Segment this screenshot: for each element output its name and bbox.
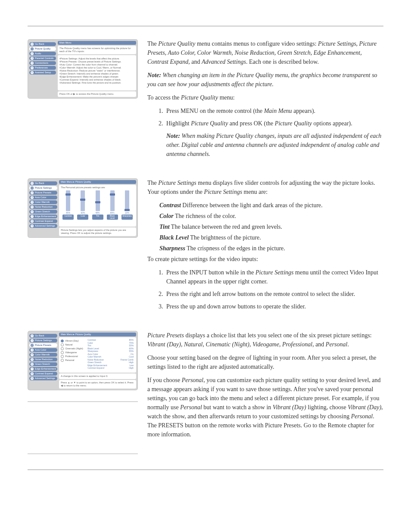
- text-section-3: Picture Presets displays a choice list t…: [147, 331, 383, 443]
- figure-radio: Videogame: [61, 351, 85, 354]
- figure-2-col: 0Go Back1Picture Settings2Picture Preset…: [28, 178, 138, 238]
- sidebar-item: 3Parental Controls: [29, 56, 56, 60]
- sidebar-item: 4Connections: [29, 61, 56, 65]
- figure-footer: Press ▲ or ▼ to point to an option, then…: [59, 380, 136, 389]
- sidebar-item: 6Green Stretch: [29, 362, 57, 366]
- figure-value-row: Contrast ExpandHigh: [87, 367, 134, 370]
- figure-note: A change in this screen is applied to In…: [59, 373, 136, 379]
- sidebar-item: 0Go Back: [29, 181, 57, 185]
- figure-3-col: 0Go Back1Picture Settings2Picture Preset…: [28, 331, 138, 454]
- ordered-list: Press the INPUT button while in the Pict…: [147, 268, 383, 311]
- figure-sliders-pane: The Personal picture presets settings ar…: [59, 185, 136, 227]
- figure-bullet: •Auto Color: Correct the color from chan…: [59, 63, 134, 66]
- sidebar-item: 5Preferences: [29, 66, 56, 70]
- figure-bullet: •Advanced Settings: Fine-tune the pictur…: [59, 81, 134, 84]
- sidebar-item: 0Go Back: [29, 334, 57, 338]
- figure-slider: 60%Color: [78, 190, 87, 220]
- sidebar-item: 7Edge Enhancement: [29, 367, 57, 371]
- sidebar-item: 5Noise Reduction: [29, 358, 57, 361]
- note: Note: When making Picture Quality change…: [166, 131, 383, 159]
- figure-bullet: •Green Stretch: Intensify and enhance sh…: [59, 72, 134, 75]
- sidebar-item: 5Noise Reduction: [29, 205, 57, 209]
- figure-title: Main Menu ▸ Picture Quality: [59, 180, 136, 184]
- list-item: Press the up and down arrow buttons to o…: [165, 302, 383, 311]
- figure-picture-presets: 0Go Back1Picture Settings2Picture Preset…: [28, 331, 138, 390]
- definitions: Contrast Difference between the light an…: [159, 201, 383, 253]
- figure-presets-pane: Vibrant (Day)NaturalCinematic (Night)Vid…: [59, 337, 136, 373]
- list-item: Press MENU on the remote control (the Ma…: [165, 106, 383, 115]
- figure-slider: 48%Tint: [93, 190, 103, 220]
- figure-bullets: •Picture Settings: Adjust the levels tha…: [58, 55, 136, 90]
- figure-picture-settings: 0Go Back1Picture Settings2Picture Preset…: [28, 178, 138, 238]
- figure-bullet: •Picture Settings: Adjust the levels tha…: [59, 57, 134, 60]
- list-item: Press the right and left arrow buttons o…: [165, 289, 383, 299]
- figure-slider: 85%Black Level: [108, 190, 117, 220]
- sidebar-item: 7Edge Enhancement: [29, 215, 57, 218]
- section-picture-quality: 0Go Back1Picture Quality2Audio3Parental …: [28, 39, 383, 163]
- paragraph: Picture Presets displays a choice list t…: [147, 331, 383, 349]
- figure-title: Main Menu: [58, 41, 136, 45]
- note: Note: When changing an item in the Pictu…: [147, 71, 383, 89]
- figure-1-col: 0Go Back1Picture Quality2Audio3Parental …: [28, 39, 138, 99]
- top-rule: [28, 26, 383, 26]
- sidebar-item: 1Picture Settings: [29, 186, 57, 190]
- paragraph: Choose your setting based on the degree …: [147, 353, 383, 371]
- sidebar-item: 6Green Stretch: [29, 210, 57, 214]
- figure-bullet: •Contrast Expand: Intensify and enhance …: [59, 78, 134, 81]
- sidebar-item: 4Color Warmth: [29, 200, 57, 204]
- figure-main-menu: 0Go Back1Picture Quality2Audio3Parental …: [28, 39, 138, 99]
- text-section-2: The Picture Settings menu displays five …: [147, 178, 383, 315]
- section-picture-presets: 0Go Back1Picture Settings2Picture Preset…: [28, 331, 383, 454]
- figure-footer: Press OK or ▶ to access the Picture Qual…: [58, 91, 136, 97]
- figure-bullet: •Picture Presets: Choose preset levels o…: [59, 60, 134, 63]
- sidebar-item: 2Picture Presets: [29, 191, 57, 195]
- paragraph: To access the Picture Quality menu:: [147, 93, 383, 102]
- figure-title: Main Menu ▸ Picture Quality: [59, 333, 136, 336]
- list-item: Highlight Picture Quality and press OK (…: [165, 119, 383, 159]
- paragraph: The Picture Settings menu displays five …: [147, 178, 383, 196]
- sidebar-item: 8Contrast Expand: [29, 372, 57, 376]
- figure-intro: The Picture Quality menu has screens for…: [58, 46, 136, 54]
- sidebar-item: 3Auto Color: [29, 348, 57, 352]
- figure-bullet: •Edge Enhancement: Make the picture's ed…: [59, 75, 134, 78]
- paragraph: The Picture Quality menu contains menus …: [147, 39, 383, 66]
- paragraph: To create picture settings for the video…: [147, 255, 383, 264]
- sidebar-item: 1Picture Quality: [29, 47, 56, 51]
- sidebar-item: 9Advanced Settings: [29, 376, 57, 380]
- figure-bullet: •Color Warmth: Adjust the color to Cool,…: [59, 66, 134, 69]
- figure-bullet: •Noise Reduction: Reduce picture "static…: [59, 69, 134, 72]
- list-item: Press the INPUT button while in the Pict…: [165, 268, 383, 286]
- paragraph: If you choose Personal, you can customiz…: [147, 376, 383, 439]
- sidebar-item: 1Picture Settings: [29, 339, 57, 342]
- sidebar-item: 9Advanced Settings: [29, 224, 57, 228]
- figure-intro: The Personal picture presets settings ar…: [61, 186, 134, 189]
- figure-radio: Professional: [61, 355, 85, 358]
- short-rule: [28, 401, 138, 402]
- figure-radio: Cinematic (Night): [61, 347, 85, 350]
- sidebar-item: 2Picture Presets: [29, 343, 57, 347]
- figure-slider: 10%Sharpness: [122, 190, 132, 220]
- sidebar-item: 6Assisted Setup: [29, 71, 56, 75]
- figure-footer: Picture Settings lets you adjust aspects…: [59, 227, 136, 236]
- figure-radio: Vibrant (Day): [61, 339, 85, 342]
- section-picture-settings: 0Go Back1Picture Settings2Picture Preset…: [28, 178, 383, 315]
- figure-slider: 85%Contrast: [63, 190, 73, 220]
- ordered-list: Press MENU on the remote control (the Ma…: [147, 106, 383, 159]
- sidebar-item: 0Go Back: [29, 42, 56, 46]
- figure-radio: Personal: [61, 359, 85, 362]
- figure-radio: Natural: [61, 343, 85, 346]
- text-section-1: The Picture Quality menu contains menus …: [147, 39, 383, 163]
- bottom-rule: [28, 470, 383, 470]
- short-rule: [28, 454, 138, 454]
- sidebar-item: 2Audio: [29, 52, 56, 56]
- sidebar-item: 3Auto Color: [29, 196, 57, 199]
- sidebar-item: 8Contrast Expand: [29, 219, 57, 223]
- sidebar-item: 4Color Warmth: [29, 353, 57, 357]
